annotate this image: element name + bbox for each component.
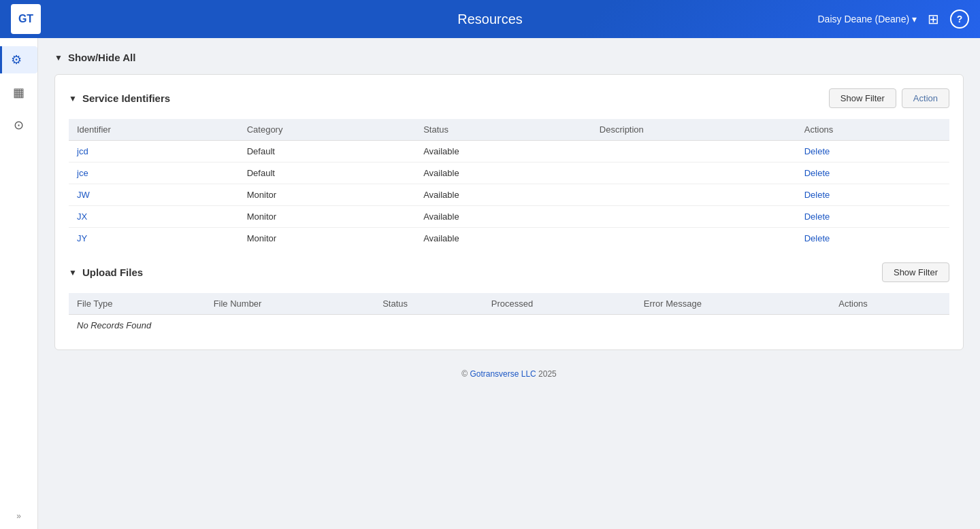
col-file-type: File Type (69, 293, 206, 315)
table-row: No Records Found (69, 315, 949, 337)
service-identifiers-title-row: ▼ Service Identifiers (69, 92, 170, 104)
service-identifiers-buttons: Show Filter Action (829, 88, 949, 108)
table-row: JW Monitor Available Delete (69, 184, 949, 206)
delete-link[interactable]: Delete (804, 233, 830, 243)
main-layout: ⚙ ▦ ⊙ » ▼ Show/Hide All ▼ Service Identi… (0, 38, 980, 529)
col-error-message: Error Message (636, 293, 830, 315)
upload-files-buttons: Show Filter (882, 262, 949, 282)
col-actions: Actions (796, 119, 949, 141)
show-hide-all-toggle[interactable]: ▼ Show/Hide All (54, 52, 964, 63)
no-records-cell: No Records Found (69, 315, 949, 337)
cell-category: Monitor (239, 206, 415, 228)
identifier-link[interactable]: JX (77, 211, 87, 222)
settings-icon: ⚙ (11, 52, 22, 67)
service-identifiers-header: ▼ Service Identifiers Show Filter Action (69, 88, 949, 108)
page-title: Resources (457, 12, 523, 27)
toggle-label: Show/Hide All (68, 52, 135, 63)
col-file-status: Status (374, 293, 483, 315)
cell-action: Delete (796, 184, 949, 206)
cell-description (591, 163, 796, 184)
cell-status: Available (415, 228, 591, 250)
cell-action: Delete (796, 206, 949, 228)
cell-status: Available (415, 163, 591, 184)
delete-link[interactable]: Delete (804, 211, 830, 222)
col-file-actions: Actions (830, 293, 949, 315)
service-identifiers-table: Identifier Category Status Description A… (69, 119, 949, 249)
col-category: Category (239, 119, 415, 141)
identifier-link[interactable]: JW (77, 190, 90, 200)
table-row: JY Monitor Available Delete (69, 228, 949, 250)
cell-category: Monitor (239, 228, 415, 250)
user-menu[interactable]: Daisy Deane (Deane) ▾ (817, 14, 917, 24)
header: GT Resources Daisy Deane (Deane) ▾ ⊞ ? (0, 0, 980, 38)
col-file-number: File Number (206, 293, 375, 315)
upload-files-title: Upload Files (82, 267, 143, 278)
company-link[interactable]: Gotransverse LLC (470, 369, 536, 379)
check-circle-icon: ⊙ (14, 118, 24, 133)
sidebar-item-grid[interactable]: ▦ (5, 79, 33, 106)
cell-description (591, 141, 796, 163)
cell-category: Monitor (239, 184, 415, 206)
sidebar-item-check[interactable]: ⊙ (5, 112, 33, 139)
cell-status: Available (415, 141, 591, 163)
identifier-link[interactable]: jcd (77, 146, 88, 156)
table-row: JX Monitor Available Delete (69, 206, 949, 228)
cell-identifier: jce (69, 163, 239, 184)
cell-description (591, 206, 796, 228)
upload-files-show-filter-button[interactable]: Show Filter (882, 262, 949, 282)
cell-category: Default (239, 141, 415, 163)
cell-identifier: JW (69, 184, 239, 206)
cell-identifier: JX (69, 206, 239, 228)
sidebar-item-settings[interactable]: ⚙ (0, 46, 37, 73)
upload-files-header: ▼ Upload Files Show Filter (69, 262, 949, 282)
cell-action: Delete (796, 141, 949, 163)
table-row: jce Default Available Delete (69, 163, 949, 184)
cell-status: Available (415, 206, 591, 228)
identifier-link[interactable]: JY (77, 233, 87, 243)
show-filter-button[interactable]: Show Filter (829, 88, 896, 108)
upload-files-title-row: ▼ Upload Files (69, 267, 143, 278)
delete-link[interactable]: Delete (804, 168, 830, 178)
upload-files-header-row: File Type File Number Status Processed E… (69, 293, 949, 315)
logo: GT (11, 4, 41, 34)
main-content: ▼ Show/Hide All ▼ Service Identifiers Sh… (38, 38, 980, 529)
col-processed: Processed (483, 293, 636, 315)
service-identifiers-title: Service Identifiers (82, 92, 170, 104)
sidebar-collapse[interactable]: » (16, 511, 21, 521)
delete-link[interactable]: Delete (804, 146, 830, 156)
cell-description (591, 228, 796, 250)
table-header-row: Identifier Category Status Description A… (69, 119, 949, 141)
upload-files-arrow-icon: ▼ (69, 268, 77, 277)
footer: © Gotransverse LLC 2025 (54, 361, 964, 387)
header-right: Daisy Deane (Deane) ▾ ⊞ ? (817, 10, 969, 29)
apps-icon[interactable]: ⊞ (928, 11, 939, 27)
action-button[interactable]: Action (902, 88, 949, 108)
user-name: Daisy Deane (Deane) (817, 14, 909, 24)
cell-identifier: jcd (69, 141, 239, 163)
cell-identifier: JY (69, 228, 239, 250)
cell-action: Delete (796, 228, 949, 250)
copyright-symbol: © (461, 369, 470, 379)
help-icon[interactable]: ? (950, 10, 969, 29)
col-status: Status (415, 119, 591, 141)
main-card: ▼ Service Identifiers Show Filter Action… (54, 74, 964, 350)
sidebar: ⚙ ▦ ⊙ » (0, 38, 38, 529)
grid-icon: ▦ (13, 85, 24, 100)
cell-status: Available (415, 184, 591, 206)
toggle-arrow-icon: ▼ (54, 53, 63, 63)
col-description: Description (591, 119, 796, 141)
dropdown-arrow-icon: ▾ (912, 14, 917, 24)
col-identifier: Identifier (69, 119, 239, 141)
delete-link[interactable]: Delete (804, 190, 830, 200)
upload-files-table: File Type File Number Status Processed E… (69, 293, 949, 336)
table-row: jcd Default Available Delete (69, 141, 949, 163)
cell-category: Default (239, 163, 415, 184)
cell-description (591, 184, 796, 206)
cell-action: Delete (796, 163, 949, 184)
service-identifiers-arrow-icon: ▼ (69, 94, 77, 103)
footer-year: 2025 (536, 369, 557, 379)
identifier-link[interactable]: jce (77, 168, 88, 178)
